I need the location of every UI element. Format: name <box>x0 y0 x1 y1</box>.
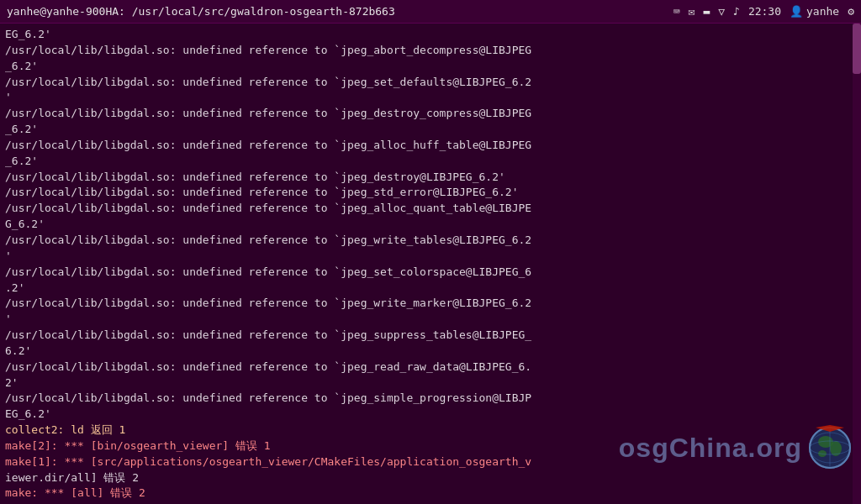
battery-icon: ▬ <box>703 5 710 18</box>
titlebar: yanhe@yanhe-900HA: /usr/local/src/gwaldr… <box>0 0 861 24</box>
globe-icon <box>807 425 853 470</box>
settings-icon[interactable]: ⚙ <box>848 5 854 18</box>
user-icon: 👤 <box>790 5 803 18</box>
keyboard-icon: ⌨ <box>673 5 680 18</box>
watermark-text: osgChina.org <box>619 433 802 464</box>
clock: 22:30 <box>748 5 781 18</box>
network-icon: ▽ <box>718 5 725 18</box>
watermark: osgChina.org <box>619 425 853 470</box>
scrollbar-thumb[interactable] <box>853 24 861 74</box>
titlebar-title: yanhe@yanhe-900HA: /usr/local/src/gwaldr… <box>7 5 395 18</box>
terminal[interactable]: EG_6.2' /usr/local/lib/libgdal.so: undef… <box>0 24 861 504</box>
username: yanhe <box>806 5 839 18</box>
volume-icon: ♪ <box>733 5 740 18</box>
user-info: 👤 yanhe <box>790 5 839 18</box>
titlebar-right: ⌨ ✉ ▬ ▽ ♪ 22:30 👤 yanhe ⚙ <box>673 5 854 18</box>
mail-icon: ✉ <box>689 5 695 18</box>
scrollbar[interactable] <box>853 24 861 504</box>
